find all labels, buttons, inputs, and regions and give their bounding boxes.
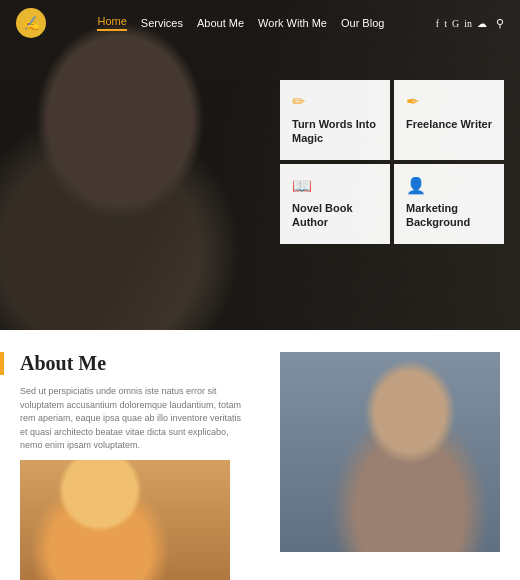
card-freelance-writer[interactable]: ✒ Freelance Writer (394, 80, 504, 160)
logo-area: ✍ (16, 8, 46, 38)
about-section: About Me Sed ut perspiciatis unde omnis … (0, 330, 520, 580)
social-links: f t G in ☁ ⚲ (436, 17, 504, 30)
about-person-right (280, 352, 500, 552)
hero-section: ✍ Home Services About Me Work With Me Ou… (0, 0, 520, 330)
nav-home[interactable]: Home (97, 15, 126, 31)
googleplus-icon[interactable]: G (452, 18, 459, 29)
nav-services[interactable]: Services (141, 17, 183, 29)
linkedin-icon[interactable]: in (464, 18, 472, 29)
search-icon[interactable]: ⚲ (496, 17, 504, 30)
about-text: Sed ut perspiciatis unde omnis iste natu… (20, 385, 250, 453)
nav-about[interactable]: About Me (197, 17, 244, 29)
navbar: ✍ Home Services About Me Work With Me Ou… (0, 0, 520, 46)
twitter-icon[interactable]: t (444, 18, 447, 29)
feature-cards-grid: ✏ Turn Words Into Magic ✒ Freelance Writ… (280, 80, 504, 244)
facebook-icon[interactable]: f (436, 18, 439, 29)
pencil-icon: ✏ (292, 92, 380, 111)
nav-links: Home Services About Me Work With Me Our … (97, 15, 384, 31)
card-words-magic[interactable]: ✏ Turn Words Into Magic (280, 80, 390, 160)
about-title: About Me (20, 352, 250, 375)
card-marketing-title: Marketing Background (406, 201, 494, 230)
card-novel-author[interactable]: 📖 Novel Book Author (280, 164, 390, 244)
logo-icon: ✍ (16, 8, 46, 38)
user-icon: 👤 (406, 176, 494, 195)
about-right-image (280, 352, 500, 552)
card-novel-author-title: Novel Book Author (292, 201, 380, 230)
about-right-column (268, 352, 500, 564)
nav-work[interactable]: Work With Me (258, 17, 327, 29)
pen-icon: ✒ (406, 92, 494, 111)
cloud-icon[interactable]: ☁ (477, 18, 487, 29)
card-words-magic-title: Turn Words Into Magic (292, 117, 380, 146)
book-icon: 📖 (292, 176, 380, 195)
card-marketing[interactable]: 👤 Marketing Background (394, 164, 504, 244)
card-freelance-writer-title: Freelance Writer (406, 117, 494, 131)
about-person-left (20, 460, 230, 580)
nav-blog[interactable]: Our Blog (341, 17, 384, 29)
about-bottom-image (20, 460, 230, 580)
